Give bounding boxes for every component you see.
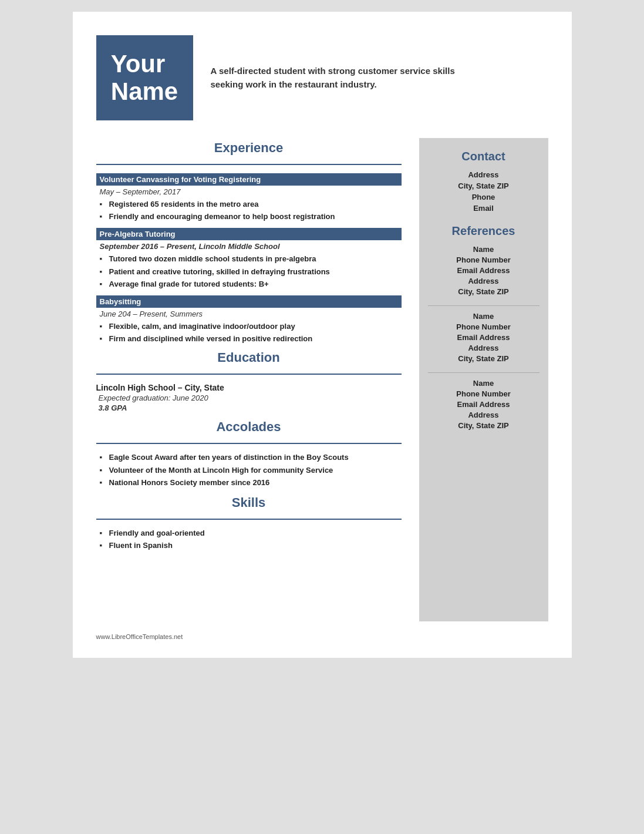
- ref-3-city: City, State ZIP: [428, 421, 540, 430]
- education-title: Education: [96, 350, 402, 365]
- ref-2-email: Email Address: [428, 333, 540, 342]
- accolades-title: Accolades: [96, 419, 402, 435]
- contact-address: Address: [428, 170, 540, 179]
- ref-1-name: Name: [428, 245, 540, 254]
- ref-3-phone: Phone Number: [428, 389, 540, 398]
- name-box: Your Name: [96, 35, 193, 120]
- header: Your Name A self-directed student with s…: [96, 35, 548, 120]
- tagline: A self-directed student with strong cust…: [211, 65, 457, 91]
- experience-title: Experience: [96, 140, 402, 156]
- job-3-bullets: Flexible, calm, and imaginative indoor/o…: [100, 321, 402, 344]
- ref-2: Name Phone Number Email Address Address …: [428, 312, 540, 363]
- name-line2: Name: [111, 78, 178, 105]
- bullet-item: Average final grade for tutored students…: [100, 279, 402, 290]
- job-2-title: Pre-Algebra Tutoring: [96, 228, 402, 240]
- bullet-item: Registered 65 residents in the metro are…: [100, 199, 402, 210]
- skills-divider: [96, 519, 402, 520]
- bullet-item: Eagle Scout Award after ten years of dis…: [100, 452, 402, 463]
- ref-1-email: Email Address: [428, 266, 540, 275]
- ref-1-phone: Phone Number: [428, 255, 540, 264]
- job-1-date: May – September, 2017: [100, 187, 402, 196]
- ref-1-city: City, State ZIP: [428, 287, 540, 296]
- contact-phone: Phone: [428, 193, 540, 201]
- ref-2-city: City, State ZIP: [428, 354, 540, 363]
- contact-title: Contact: [428, 150, 540, 163]
- school-name: Lincoln High School – City, State: [96, 383, 402, 392]
- ref-divider-2: [428, 372, 540, 373]
- skills-bullets: Friendly and goal-oriented Fluent in Spa…: [100, 528, 402, 551]
- accolades-bullets: Eagle Scout Award after ten years of dis…: [100, 452, 402, 488]
- bullet-item: Fluent in Spanish: [100, 540, 402, 551]
- ref-2-name: Name: [428, 312, 540, 321]
- job-2-bullets: Tutored two dozen middle school students…: [100, 254, 402, 290]
- job-3-title: Babysitting: [96, 295, 402, 308]
- job-2: Pre-Algebra Tutoring September 2016 – Pr…: [96, 228, 402, 290]
- bullet-item: Firm and disciplined while versed in pos…: [100, 334, 402, 344]
- ref-2-address: Address: [428, 344, 540, 352]
- footer-url: www.LibreOfficeTemplates.net: [96, 633, 183, 640]
- bullet-item: National Honors Society member since 201…: [100, 477, 402, 488]
- job-3-date: June 204 – Present, Summers: [100, 310, 402, 318]
- skills-block: Friendly and goal-oriented Fluent in Spa…: [96, 528, 402, 551]
- graduation-date: Expected graduation: June 2020: [99, 394, 402, 402]
- bullet-item: Friendly and goal-oriented: [100, 528, 402, 539]
- job-2-date: September 2016 – Present, Lincoln Middle…: [100, 242, 402, 251]
- ref-2-phone: Phone Number: [428, 322, 540, 331]
- gpa: 3.8 GPA: [99, 403, 402, 412]
- references-title: References: [428, 224, 540, 238]
- experience-divider: [96, 164, 402, 165]
- contact-block: Address City, State ZIP Phone Email: [428, 170, 540, 213]
- education-block: Lincoln High School – City, State Expect…: [96, 383, 402, 412]
- ref-3-address: Address: [428, 411, 540, 419]
- job-1: Volunteer Canvassing for Voting Register…: [96, 173, 402, 222]
- ref-1: Name Phone Number Email Address Address …: [428, 245, 540, 296]
- ref-3-email: Email Address: [428, 400, 540, 409]
- left-column: Experience Volunteer Canvassing for Voti…: [96, 138, 402, 621]
- resume-page: Your Name A self-directed student with s…: [73, 12, 572, 658]
- ref-divider-1: [428, 305, 540, 306]
- bullet-item: Patient and creative tutoring, skilled i…: [100, 267, 402, 277]
- ref-3-name: Name: [428, 379, 540, 388]
- name-text: Your Name: [111, 51, 178, 105]
- footer: www.LibreOfficeTemplates.net: [96, 633, 548, 640]
- job-1-bullets: Registered 65 residents in the metro are…: [100, 199, 402, 222]
- right-column: Contact Address City, State ZIP Phone Em…: [419, 138, 548, 621]
- job-1-title: Volunteer Canvassing for Voting Register…: [96, 173, 402, 186]
- name-line1: Your: [111, 50, 166, 78]
- skills-title: Skills: [96, 495, 402, 510]
- accolades-block: Eagle Scout Award after ten years of dis…: [96, 452, 402, 488]
- accolades-divider: [96, 443, 402, 444]
- main-layout: Experience Volunteer Canvassing for Voti…: [96, 138, 548, 621]
- bullet-item: Tutored two dozen middle school students…: [100, 254, 402, 264]
- bullet-item: Volunteer of the Month at Lincoln High f…: [100, 465, 402, 476]
- ref-1-address: Address: [428, 277, 540, 285]
- education-divider: [96, 374, 402, 375]
- contact-email: Email: [428, 204, 540, 213]
- job-3: Babysitting June 204 – Present, Summers …: [96, 295, 402, 344]
- bullet-item: Flexible, calm, and imaginative indoor/o…: [100, 321, 402, 332]
- bullet-item: Friendly and encouraging demeanor to hel…: [100, 211, 402, 222]
- contact-city: City, State ZIP: [428, 181, 540, 190]
- ref-3: Name Phone Number Email Address Address …: [428, 379, 540, 430]
